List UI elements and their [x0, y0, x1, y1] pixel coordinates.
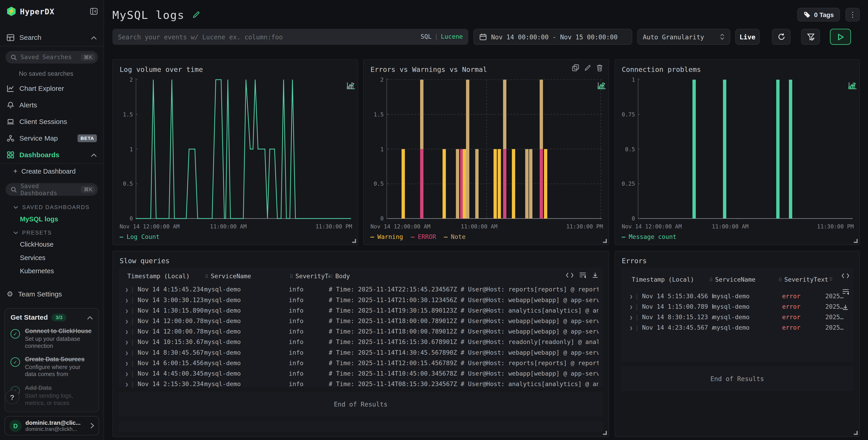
date-range-picker[interactable]: Nov 14 00:00:00 - Nov 15 00:00:00 [473, 29, 632, 45]
column-header-body[interactable]: Body [335, 273, 350, 280]
expand-row-icon[interactable]: ❯ [627, 314, 635, 320]
expand-row-icon[interactable]: ❯ [123, 297, 131, 303]
resize-handle[interactable] [854, 239, 858, 243]
expand-row-icon[interactable]: ❯ [123, 381, 131, 387]
table-row[interactable]: ❯|Nov 14 5:15:30.456 PMmysql-demoerror20… [627, 291, 849, 301]
resize-handle[interactable] [854, 431, 858, 435]
filter-button[interactable] [801, 29, 820, 45]
edit-title-icon[interactable] [192, 10, 200, 19]
expand-row-icon[interactable]: ❯ [123, 360, 131, 366]
get-started-step[interactable]: ✓ Create Data Sources Configure where yo… [10, 356, 93, 378]
column-drag-handle[interactable]: ⠿ [709, 277, 713, 282]
sidebar-item-service-map[interactable]: Service Map BETA [0, 130, 103, 146]
table-row[interactable]: ❯|Nov 14 12:00:00.789 PMmysql-demoinfo# … [123, 327, 599, 337]
legend-item[interactable]: —Note [444, 233, 465, 241]
table-row[interactable]: ❯|Nov 14 10:15:30.678 AMmysql-demoinfo# … [123, 337, 599, 347]
legend-item[interactable]: —ERROR [411, 233, 436, 241]
resize-handle[interactable] [352, 239, 356, 243]
create-dashboard-button[interactable]: + Create Dashboard [0, 164, 103, 179]
legend-item[interactable]: —Message count [622, 233, 677, 241]
column-header-severitytext[interactable]: SeverityText [295, 273, 329, 280]
saved-dashboards-input[interactable]: Saved Dashboards ⌘K [5, 183, 98, 196]
sidebar-preset-services[interactable]: Services [0, 251, 103, 264]
run-query-button[interactable] [830, 29, 851, 45]
sql-toggle[interactable]: SQL [421, 33, 432, 40]
presets-section[interactable]: PRESETS [0, 226, 103, 238]
column-header-servicename[interactable]: ServiceName [715, 276, 755, 283]
saved-dashboards-section[interactable]: SAVED DASHBOARDS [0, 200, 103, 212]
column-header-servicename[interactable]: ServiceName [211, 273, 251, 280]
sidebar-preset-clickhouse[interactable]: ClickHouse [0, 238, 103, 251]
edit-chart-icon[interactable] [584, 64, 591, 71]
get-started-step[interactable]: ✓ Connect to ClickHouse Set up your data… [10, 327, 93, 350]
event-search-input[interactable]: Search your events w/ Lucene ex. column:… [113, 29, 468, 45]
code-view-icon[interactable] [566, 272, 574, 280]
bar-chart-toggle-icon[interactable] [347, 82, 354, 89]
delete-chart-icon[interactable] [596, 64, 603, 71]
wrap-lines-icon[interactable] [579, 272, 586, 280]
code-view-icon[interactable] [842, 271, 849, 281]
table-row[interactable]: ❯|Nov 14 1:15:00.789 PMmysql-demoerror20… [627, 301, 849, 312]
column-drag-handle[interactable]: ⠿ [290, 273, 293, 279]
collapse-sidebar-icon[interactable] [90, 7, 98, 15]
table-row[interactable]: ❯|Nov 14 1:30:15.890 PMmysql-demoinfo# T… [123, 305, 599, 316]
chart-connection-problems[interactable]: 10.750.50.250 [621, 77, 854, 219]
expand-row-icon[interactable]: ❯ [123, 339, 131, 345]
expand-row-icon[interactable]: ❯ [123, 308, 131, 313]
table-row[interactable]: ❯|Nov 14 12:00:00.789 PMmysql-demoinfo# … [123, 316, 599, 326]
tags-button[interactable]: 0 Tags [798, 8, 840, 22]
live-button[interactable]: Live [735, 29, 760, 45]
expand-row-icon[interactable]: ❯ [123, 329, 131, 334]
lucene-toggle[interactable]: Lucene [441, 33, 463, 40]
download-icon[interactable] [592, 272, 598, 280]
column-header-timestamp[interactable]: Timestamp (Local) [632, 276, 709, 283]
sidebar-item-dashboards[interactable]: Dashboards [0, 146, 103, 163]
saved-searches-input[interactable]: Saved Searches ⌘K [5, 51, 98, 64]
column-drag-handle[interactable]: ⠿ [205, 273, 209, 279]
expand-row-icon[interactable]: ❯ [123, 318, 131, 324]
expand-row-icon[interactable]: ❯ [627, 294, 635, 299]
expand-row-icon[interactable]: ❯ [627, 304, 635, 309]
user-menu[interactable]: D dominic.tran@clic... dominic.tran@clic… [4, 416, 99, 435]
sidebar-dashboard-mysql-logs[interactable]: MySQL logs [0, 212, 103, 226]
table-row[interactable]: ❯|Nov 14 2:15:30.234 AMmysql-demoinfo# T… [123, 379, 599, 390]
legend-item[interactable]: —Log Count [120, 233, 160, 241]
sidebar-preset-kubernetes[interactable]: Kubernetes [0, 264, 103, 277]
table-row[interactable]: ❯|Nov 14 8:30:45.567 AMmysql-demoinfo# T… [123, 347, 599, 358]
resize-handle[interactable] [603, 431, 607, 435]
chart-log-volume[interactable]: 21.510.50 [118, 77, 352, 219]
help-button[interactable]: ? [5, 390, 19, 404]
sidebar-item-search[interactable]: Search [0, 29, 103, 46]
sidebar-item-team-settings[interactable]: ⚙ Team Settings [0, 285, 103, 303]
download-icon[interactable] [842, 303, 849, 313]
wrap-lines-icon[interactable] [842, 287, 849, 297]
more-options-button[interactable]: ⋮ [845, 8, 860, 22]
chart-errors-warnings[interactable]: 21.510.50 [369, 77, 603, 219]
bar-chart-toggle-icon[interactable] [597, 82, 605, 89]
sidebar-item-alerts[interactable]: Alerts [0, 97, 103, 113]
chevron-up-icon[interactable] [87, 315, 93, 319]
bar-chart-toggle-icon[interactable] [848, 82, 856, 89]
sidebar-item-chart-explorer[interactable]: Chart Explorer [0, 80, 103, 97]
granularity-select[interactable]: Auto Granularity [637, 29, 730, 45]
table-row[interactable]: ❯|Nov 14 4:23:45.567 AMmysql-demoerror20… [627, 323, 849, 333]
resize-handle[interactable] [603, 239, 607, 243]
expand-row-icon[interactable]: ❯ [123, 371, 131, 376]
legend-item[interactable]: —Warning [370, 233, 403, 241]
sidebar-item-client-sessions[interactable]: Client Sessions [0, 113, 103, 130]
column-drag-handle[interactable]: ⠿ [778, 277, 782, 282]
column-drag-handle[interactable]: ⠿ [829, 277, 833, 282]
table-row[interactable]: ❯|Nov 14 4:15:45.234 PMmysql-demoinfo# T… [123, 284, 599, 295]
expand-row-icon[interactable]: ❯ [627, 325, 635, 331]
table-row[interactable]: ❯|Nov 14 8:30:15.123 AMmysql-demoerror20… [627, 312, 849, 323]
table-row[interactable]: ❯|Nov 14 4:45:00.345 AMmysql-demoinfo# T… [123, 368, 599, 379]
duplicate-icon[interactable] [572, 64, 579, 71]
expand-row-icon[interactable]: ❯ [123, 287, 131, 292]
expand-row-icon[interactable]: ❯ [123, 350, 131, 356]
column-header-severitytext[interactable]: SeverityText [784, 276, 828, 283]
refresh-button[interactable] [772, 29, 791, 45]
column-header-timestamp[interactable]: Timestamp (Local) [127, 273, 205, 280]
table-row[interactable]: ❯|Nov 14 6:00:15.456 AMmysql-demoinfo# T… [123, 358, 599, 368]
get-started-step[interactable]: ✓ Add Data Start sending logs, metrics, … [10, 384, 93, 407]
table-row[interactable]: ❯|Nov 14 3:00:30.123 PMmysql-demoinfo# T… [123, 295, 599, 305]
